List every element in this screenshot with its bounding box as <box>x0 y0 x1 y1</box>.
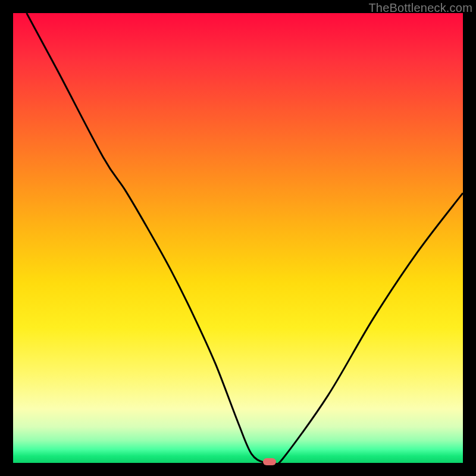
bottleneck-curve <box>13 13 463 463</box>
watermark-text: TheBottleneck.com <box>368 1 472 15</box>
curve-path <box>27 13 463 463</box>
plot-area <box>13 13 463 463</box>
optimal-marker <box>263 458 276 465</box>
chart-frame: TheBottleneck.com <box>0 0 476 476</box>
